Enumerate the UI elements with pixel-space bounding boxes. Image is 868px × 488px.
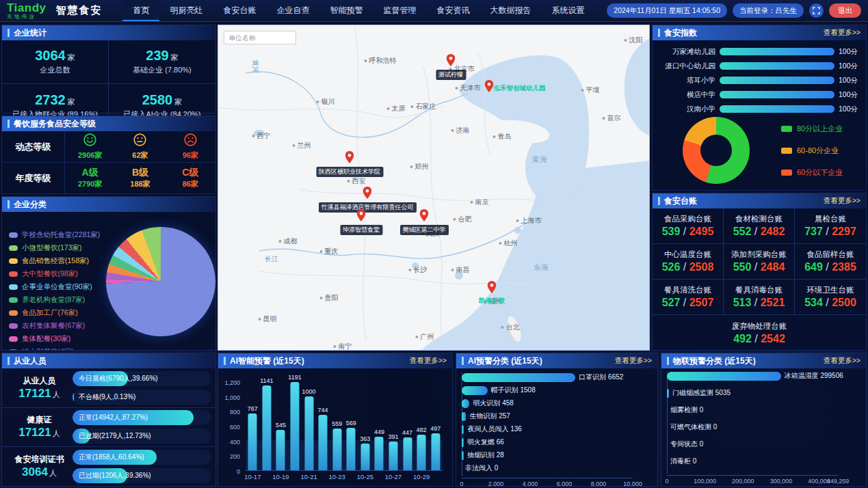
nav-tab-1[interactable]: 首页 — [122, 0, 159, 21]
nav-tab-7[interactable]: 食安资讯 — [426, 0, 479, 21]
view-more-link[interactable]: 查看更多>> — [615, 356, 652, 366]
hbar-label: 明火复燃 66 — [467, 437, 504, 447]
bar-value-label: 545 — [276, 422, 286, 429]
ledger-cell: 食材检测台账552 / 2482 — [724, 208, 795, 244]
hbar-row: 烟雾检测 0 — [667, 405, 703, 415]
map-city: 青岛 — [493, 132, 512, 141]
nav-tab-4[interactable]: 企业自查 — [266, 0, 319, 21]
hbar-label: 夜间人员闯入 136 — [467, 424, 521, 434]
nav-tab-9[interactable]: 系统设置 — [541, 0, 594, 21]
school-name: 横店中学 — [658, 90, 715, 100]
index-bar-fill — [720, 105, 834, 113]
ledger-total-count: 2484 — [761, 261, 785, 273]
legend-item[interactable]: 集体配餐(30家) — [9, 332, 100, 345]
legend-item[interactable]: 特大型餐饮(4家) — [9, 345, 100, 350]
nav-tab-8[interactable]: 大数据报告 — [479, 0, 541, 21]
index-bar-fill — [720, 77, 834, 84]
ledger-label: 食品采购台账 — [664, 214, 711, 224]
china-map[interactable]: 沈阳呼和浩特北京市天津市平壤首尔银川石家庄太原济南青岛西宁兰州郑州西安南京合肥上… — [218, 25, 650, 351]
city-dot — [603, 117, 605, 120]
legend-item[interactable]: 学校含幼托食堂(2281家) — [9, 228, 100, 241]
x-tick: 4,000 — [523, 480, 538, 486]
pin-glyph — [345, 154, 354, 165]
fullscreen-button[interactable] — [809, 3, 824, 18]
ledger-values: 539 / 2495 — [662, 226, 714, 238]
legend-item[interactable]: 企事业单位食堂(90家) — [9, 280, 100, 293]
x-tick: 200,000 — [732, 478, 754, 485]
ledger-label: 中心温度台账 — [664, 249, 711, 260]
level-item: 62家 — [115, 131, 165, 162]
ledger-cell: 晨检台账737 / 2297 — [795, 208, 866, 244]
donut-legend-item[interactable]: 60-80分企业 — [781, 146, 843, 156]
view-more-link[interactable]: 查看更多>> — [824, 28, 860, 38]
panel-enterprise-stats: 企业统计 3064家企业总数239家基础企业 (7.80%)2732家已接入物联… — [1, 25, 216, 113]
pie-legend: 学校含幼托食堂(2281家)小微型餐饮(173家)食品销售经营(158家)大中型… — [9, 228, 100, 350]
nav-tab-5[interactable]: 智能预警 — [319, 0, 373, 21]
bar-slot: 744 — [316, 382, 330, 470]
hbar-row: 专间状态 0 — [667, 439, 703, 449]
legend-item[interactable]: 食品销售经营(158家) — [9, 254, 100, 267]
map-marker[interactable]: 竹溪县福泽酒店管理有限责任公司 — [363, 187, 372, 202]
donut-legend-item[interactable]: 60分以下企业 — [781, 167, 843, 178]
ledger-done-count: 513 — [733, 297, 752, 308]
index-bar-fill — [720, 62, 834, 70]
staff-unit: 人 — [53, 390, 60, 398]
ledger-cell: 废弃物处理台账492 / 2542 — [653, 315, 866, 351]
ledger-values: 526 / 2508 — [662, 261, 714, 273]
map-marker[interactable]: 陕西区横职业技术学院 — [345, 151, 354, 166]
legend-item[interactable]: 大中型餐饮(98家) — [9, 267, 100, 280]
map-city: 台北 — [501, 323, 520, 332]
logo-title: Tiandy — [7, 2, 46, 14]
bar-value-label: 559 — [332, 420, 342, 427]
map-marker[interactable]: 测试柠檬 — [447, 54, 456, 69]
nav-tab-2[interactable]: 明厨亮灶 — [159, 0, 213, 21]
panel-safety-levels: 餐饮服务食品安全等级 动态等级2906家62家96家年度等级A级2790家B级1… — [1, 116, 216, 194]
progress-bar: 正常(1858人,60.64%) — [73, 450, 211, 465]
bar-value-label: 391 — [388, 433, 398, 440]
map-marker[interactable]: 泓禾智创城幼儿园 — [485, 80, 494, 95]
nav-tab-3[interactable]: 食安台账 — [213, 0, 266, 21]
map-marker[interactable]: 凯洛学校 — [488, 281, 497, 296]
legend-label: 小微型餐饮(173家) — [22, 243, 82, 253]
ledger-label: 环境卫生台账 — [807, 285, 854, 295]
stat-unit: 家 — [174, 98, 182, 106]
bar-slot: 449 — [372, 382, 386, 470]
donut-legend-item[interactable]: 80分以上企业 — [781, 124, 843, 134]
map-city: 贵阳 — [320, 293, 339, 303]
map-city: 上海市 — [516, 216, 542, 226]
map-pin-icon — [485, 80, 494, 92]
logout-button[interactable]: 退出 — [829, 3, 861, 18]
hbar-label: 冰箱温湿度 299506 — [785, 371, 843, 381]
ledger-label: 废弃物处理台账 — [732, 321, 787, 331]
hbar-row: 夜间人员闯入 136 — [462, 424, 522, 434]
legend-label: 农村集体聚餐(67家) — [22, 321, 85, 331]
ledger-values: 649 / 2385 — [804, 261, 856, 273]
map-pin-icon — [488, 281, 497, 293]
hbar-fill — [462, 412, 466, 421]
view-more-link[interactable]: 查看更多>> — [824, 196, 860, 206]
x-tick: 10,000 — [623, 480, 642, 486]
search-input[interactable] — [224, 31, 296, 44]
legend-label: 食品加工厂(76家) — [22, 308, 78, 318]
map-marker[interactable]: 坤添智慧食堂 — [357, 209, 366, 224]
view-more-link[interactable]: 查看更多>> — [410, 356, 447, 366]
hbar-row: 生物识别 257 — [462, 411, 510, 421]
ledger-cell: 食品采购台账539 / 2495 — [653, 208, 724, 244]
iot-category-hbar-chart: 冰箱温湿度 299506门磁烟感监测 5035烟雾检测 0可燃气体检测 0专间状… — [661, 368, 866, 486]
map-pin-icon — [420, 209, 429, 221]
bar-slot: 48210-29 — [415, 382, 429, 470]
school-name: 万家滩幼儿园 — [658, 47, 715, 57]
map-city: 呼和浩特 — [365, 56, 397, 66]
legend-item[interactable]: 小微型餐饮(173家) — [9, 241, 100, 254]
hbar-fill — [462, 399, 469, 408]
legend-item[interactable]: 食品加工厂(76家) — [9, 306, 100, 319]
view-more-link[interactable]: 查看更多>> — [824, 356, 860, 366]
city-dot — [410, 165, 413, 168]
nav-tab-6[interactable]: 监督管理 — [373, 0, 426, 21]
city-dot — [409, 269, 412, 271]
map-marker[interactable]: 樊城区第二中学 — [420, 209, 429, 224]
legend-item[interactable]: 养老机构食堂(87家) — [9, 293, 100, 306]
map-city: 银川 — [317, 97, 335, 107]
level-row: 年度等级A级2790家B级188家C级86家 — [2, 163, 215, 193]
legend-item[interactable]: 农村集体聚餐(67家) — [9, 319, 100, 332]
